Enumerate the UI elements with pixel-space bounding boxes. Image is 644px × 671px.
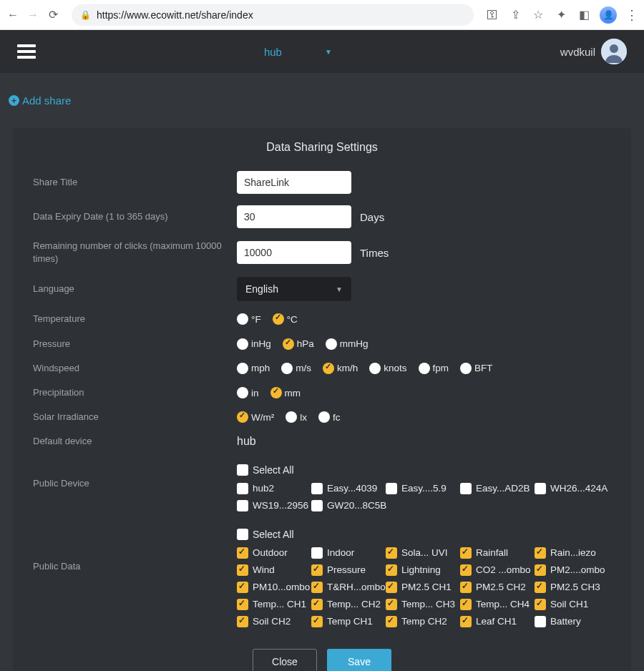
radio[interactable] xyxy=(419,363,430,374)
checkbox[interactable] xyxy=(386,564,397,576)
checkbox[interactable] xyxy=(237,616,248,627)
radio[interactable] xyxy=(283,338,294,350)
checkbox[interactable] xyxy=(460,564,472,576)
checkbox[interactable] xyxy=(237,564,248,576)
checkbox-item[interactable]: Easy....5.9 xyxy=(386,481,460,496)
checkbox[interactable] xyxy=(311,483,323,494)
checkbox[interactable] xyxy=(311,582,323,593)
device-selector[interactable]: hub ▼ xyxy=(36,46,560,58)
radio-option[interactable]: lx xyxy=(286,411,307,423)
checkbox[interactable] xyxy=(237,599,248,610)
reload-icon[interactable]: ⟳ xyxy=(46,8,60,22)
checkbox-item[interactable]: Sola... UVI xyxy=(386,546,460,560)
checkbox-item[interactable]: PM2....ombo xyxy=(535,563,609,577)
checkbox-item[interactable]: Temp... CH4 xyxy=(460,597,535,612)
radio-option[interactable]: mmHg xyxy=(326,338,369,350)
language-select[interactable]: English ▼ xyxy=(237,277,351,301)
checkbox[interactable] xyxy=(237,547,248,559)
radio[interactable] xyxy=(286,411,297,423)
checkbox-item[interactable]: CO2 ...ombo xyxy=(460,563,535,577)
close-button[interactable]: Close xyxy=(253,649,317,672)
checkbox-item[interactable]: Lightning xyxy=(386,563,460,577)
checkbox[interactable] xyxy=(237,464,248,476)
back-icon[interactable]: ← xyxy=(6,8,20,22)
checkbox-item[interactable]: Easy...4039 xyxy=(311,481,386,496)
checkbox-item[interactable]: PM10...ombo xyxy=(237,580,311,594)
radio[interactable] xyxy=(460,363,472,374)
key-icon[interactable]: ⚿ xyxy=(485,8,499,22)
radio-option[interactable]: W/m² xyxy=(237,411,274,423)
checkbox[interactable] xyxy=(386,547,397,559)
radio[interactable] xyxy=(323,363,334,374)
checkbox[interactable] xyxy=(311,547,323,559)
checkbox-item[interactable]: Temp... CH1 xyxy=(237,597,311,612)
checkbox[interactable] xyxy=(460,483,472,494)
checkbox-item[interactable]: Rain...iezo xyxy=(535,546,609,560)
checkbox[interactable] xyxy=(535,599,546,610)
checkbox-item[interactable]: PM2.5 CH2 xyxy=(460,580,535,594)
checkbox-item[interactable]: Temp CH1 xyxy=(311,614,386,629)
radio-option[interactable]: km/h xyxy=(323,363,358,374)
radio-option[interactable]: hPa xyxy=(283,338,314,350)
checkbox-item[interactable]: Rainfall xyxy=(460,546,535,560)
radio-option[interactable]: in xyxy=(237,387,259,398)
checkbox-item[interactable]: Leaf CH1 xyxy=(460,614,535,629)
panel-icon[interactable]: ◧ xyxy=(577,8,591,22)
radio[interactable] xyxy=(318,411,330,423)
checkbox-item[interactable]: Battery xyxy=(535,614,609,629)
checkbox-item[interactable]: GW20...8C5B xyxy=(311,499,386,513)
checkbox[interactable] xyxy=(311,599,323,610)
checkbox-item[interactable]: T&RH...ombo xyxy=(311,580,386,594)
radio[interactable] xyxy=(237,387,248,398)
radio[interactable] xyxy=(326,338,337,350)
hamburger-menu-icon[interactable] xyxy=(17,41,36,62)
checkbox[interactable] xyxy=(535,483,546,494)
save-button[interactable]: Save xyxy=(327,649,391,672)
profile-avatar[interactable]: 👤 xyxy=(600,6,617,24)
radio-option[interactable]: BFT xyxy=(460,363,493,374)
checkbox[interactable] xyxy=(535,547,546,559)
radio-option[interactable]: fpm xyxy=(419,363,449,374)
checkbox-item[interactable]: hub2 xyxy=(237,481,311,496)
share-icon[interactable]: ⇪ xyxy=(508,8,522,22)
user-avatar[interactable] xyxy=(601,39,627,64)
checkbox[interactable] xyxy=(460,547,472,559)
checkbox[interactable] xyxy=(386,599,397,610)
checkbox-item[interactable]: PM2.5 CH3 xyxy=(535,580,609,594)
radio[interactable] xyxy=(273,313,284,325)
checkbox-item[interactable]: WH26...424A xyxy=(535,481,609,496)
radio-option[interactable]: m/s xyxy=(281,363,311,374)
checkbox[interactable] xyxy=(237,582,248,593)
checkbox[interactable] xyxy=(386,616,397,627)
kebab-menu-icon[interactable]: ⋮ xyxy=(625,7,638,23)
radio[interactable] xyxy=(237,313,248,325)
checkbox-item[interactable]: Pressure xyxy=(311,563,386,577)
checkbox[interactable] xyxy=(460,616,472,627)
public-device-select-all[interactable]: Select All xyxy=(237,464,294,476)
checkbox-item[interactable]: Easy...AD2B xyxy=(460,481,535,496)
public-data-select-all[interactable]: Select All xyxy=(237,529,294,540)
checkbox[interactable] xyxy=(237,529,248,540)
checkbox[interactable] xyxy=(535,564,546,576)
radio-option[interactable]: fc xyxy=(318,411,341,423)
checkbox-item[interactable]: Outdoor xyxy=(237,546,311,560)
radio-option[interactable]: knots xyxy=(369,363,406,374)
checkbox-item[interactable]: PM2.5 CH1 xyxy=(386,580,460,594)
checkbox-item[interactable]: Soil CH1 xyxy=(535,597,609,612)
checkbox-item[interactable]: Temp... CH3 xyxy=(386,597,460,612)
address-bar[interactable]: 🔒 https://www.ecowitt.net/share/index xyxy=(72,4,474,26)
radio-option[interactable]: mm xyxy=(270,387,301,398)
radio[interactable] xyxy=(237,411,248,423)
radio[interactable] xyxy=(237,338,248,350)
checkbox[interactable] xyxy=(237,500,248,511)
radio-option[interactable]: mph xyxy=(237,363,270,374)
checkbox-item[interactable]: Wind xyxy=(237,563,311,577)
radio[interactable] xyxy=(369,363,381,374)
radio-option[interactable]: inHg xyxy=(237,338,271,350)
extensions-icon[interactable]: ✦ xyxy=(554,8,568,22)
expiry-input[interactable] xyxy=(237,205,351,228)
share-title-input[interactable] xyxy=(237,171,351,194)
radio[interactable] xyxy=(237,363,248,374)
radio[interactable] xyxy=(270,387,282,398)
checkbox[interactable] xyxy=(460,582,472,593)
